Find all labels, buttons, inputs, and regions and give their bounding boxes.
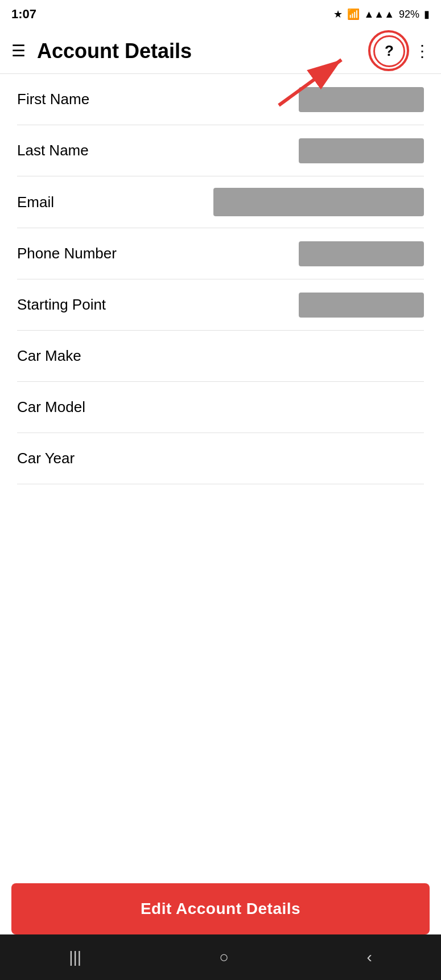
- edit-button-container: Edit Account Details: [0, 883, 441, 934]
- navigation-bar: ||| ○ ‹: [0, 934, 441, 980]
- starting-point-value[interactable]: [299, 293, 424, 318]
- car-make-label: Car Make: [17, 347, 81, 365]
- last-name-row: Last Name: [17, 125, 424, 176]
- starting-point-label: Starting Point: [17, 296, 106, 314]
- signal-icon: ▲▲▲: [364, 9, 394, 20]
- first-name-value[interactable]: [299, 87, 424, 112]
- battery-icon: ▮: [424, 8, 430, 20]
- account-form: First Name Last Name Email Phone Number …: [0, 74, 441, 484]
- more-options-icon[interactable]: ⋮: [414, 42, 430, 60]
- email-value[interactable]: [213, 188, 424, 216]
- nav-home-icon[interactable]: ○: [219, 948, 229, 966]
- first-name-label: First Name: [17, 90, 89, 108]
- last-name-value[interactable]: [299, 138, 424, 163]
- starting-point-row: Starting Point: [17, 279, 424, 331]
- help-button[interactable]: ?: [373, 35, 405, 67]
- help-btn-outer-ring: [368, 30, 409, 71]
- phone-number-row: Phone Number: [17, 228, 424, 279]
- phone-number-value[interactable]: [299, 241, 424, 266]
- app-bar: ☰ Account Details ? ⋮: [0, 28, 441, 74]
- email-row: Email: [17, 176, 424, 228]
- phone-number-label: Phone Number: [17, 245, 117, 262]
- car-model-label: Car Model: [17, 398, 85, 416]
- status-time: 1:07: [11, 7, 36, 22]
- wifi-icon: 📶: [347, 8, 360, 20]
- help-button-wrapper: ?: [373, 35, 405, 67]
- email-label: Email: [17, 193, 54, 211]
- car-model-row: Car Model: [17, 382, 424, 433]
- status-bar: 1:07 ★ 📶 ▲▲▲ 92% ▮: [0, 0, 441, 28]
- first-name-row: First Name: [17, 74, 424, 125]
- page-title: Account Details: [37, 39, 373, 63]
- edit-account-button[interactable]: Edit Account Details: [11, 883, 430, 934]
- car-year-label: Car Year: [17, 450, 75, 467]
- nav-back-icon[interactable]: ‹: [366, 948, 372, 966]
- status-icons: ★ 📶 ▲▲▲ 92% ▮: [333, 8, 430, 20]
- nav-recent-apps-icon[interactable]: |||: [69, 948, 81, 966]
- bluetooth-icon: ★: [333, 8, 343, 20]
- battery-label: 92%: [399, 9, 419, 20]
- car-make-row: Car Make: [17, 331, 424, 382]
- last-name-label: Last Name: [17, 142, 89, 159]
- car-year-row: Car Year: [17, 433, 424, 484]
- menu-icon[interactable]: ☰: [11, 43, 26, 59]
